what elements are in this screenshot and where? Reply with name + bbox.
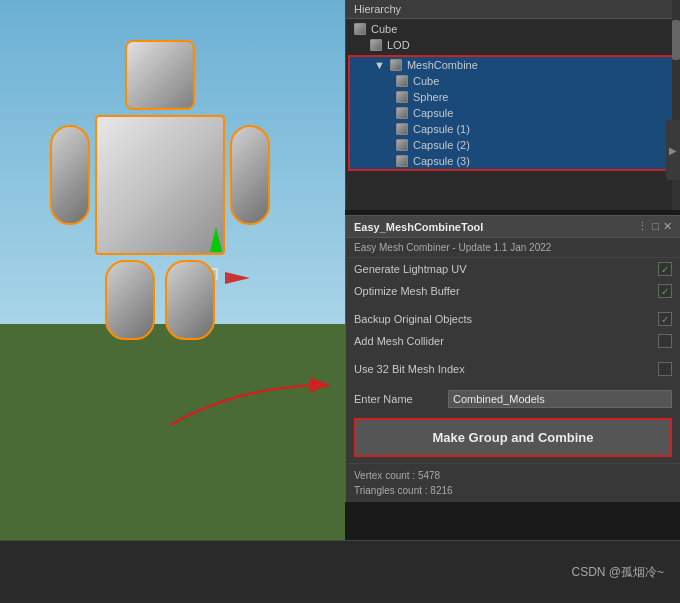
hierarchy-item-label: LOD [387,39,410,51]
add-collider-row: Add Mesh Collider [346,330,680,352]
hierarchy-item-capsule[interactable]: Capsule [350,105,676,121]
hierarchy-item-meshcombine[interactable]: ▼ MeshCombine [350,57,676,73]
enter-name-input[interactable] [448,390,672,408]
tool-subtitle: Easy Mesh Combiner - Update 1.1 Jan 2022 [346,238,680,258]
hierarchy-item-label: Capsule (1) [413,123,470,135]
hierarchy-item-cube[interactable]: Cube [350,73,676,89]
expand-icon: ▼ [374,59,385,71]
hierarchy-header: Hierarchy [346,0,680,19]
cube-icon [396,155,408,167]
optimize-mesh-label: Optimize Mesh Buffer [354,285,650,297]
hierarchy-item-label: MeshCombine [407,59,478,71]
backup-objects-label: Backup Original Objects [354,313,650,325]
add-collider-checkbox[interactable] [658,334,672,348]
robot-left-leg [105,260,155,340]
tool-titlebar: Easy_MeshCombineTool ⋮ □ ✕ [346,216,680,238]
menu-dots-icon[interactable]: ⋮ [637,220,648,233]
hierarchy-item-label: Capsule [413,107,453,119]
hierarchy-selected-group: ▼ MeshCombine Cube Sphere Capsule Capsul… [348,55,678,171]
use-32bit-row: Use 32 Bit Mesh Index [346,358,680,380]
hierarchy-item-sphere[interactable]: Sphere [350,89,676,105]
gizmo-right-arrow [225,272,250,284]
optimize-mesh-checkbox[interactable]: ✓ [658,284,672,298]
cube-icon [354,23,366,35]
backup-objects-row: Backup Original Objects ✓ [346,308,680,330]
panel-icon: ▶ [668,145,679,156]
gizmo-up-arrow [210,227,222,252]
tool-title-icons: ⋮ □ ✕ [637,220,672,233]
hierarchy-item-capsule3[interactable]: Capsule (3) [350,153,676,169]
robot-torso [95,115,225,255]
csdn-watermark: CSDN @孤烟冷~ [571,564,664,581]
side-panel-handle[interactable]: ▶ [666,120,680,180]
generate-lightmap-checkbox[interactable]: ✓ [658,262,672,276]
robot-head [125,40,195,110]
triangles-count: Triangles count : 8216 [354,483,672,498]
window-icon[interactable]: □ [652,220,659,233]
use-32bit-checkbox[interactable] [658,362,672,376]
scene-viewport [0,0,345,540]
hierarchy-item-cube-top[interactable]: Cube [346,21,680,37]
generate-lightmap-label: Generate Lightmap UV [354,263,650,275]
hierarchy-item-capsule1[interactable]: Capsule (1) [350,121,676,137]
hierarchy-item-label: Cube [371,23,397,35]
generate-lightmap-row: Generate Lightmap UV ✓ [346,258,680,280]
hierarchy-item-lod[interactable]: LOD [346,37,680,53]
optimize-mesh-row: Optimize Mesh Buffer ✓ [346,280,680,302]
enter-name-row: Enter Name [346,386,680,412]
hierarchy-item-label: Cube [413,75,439,87]
hierarchy-item-label: Sphere [413,91,448,103]
hierarchy-item-label: Capsule (2) [413,139,470,151]
backup-objects-checkbox[interactable]: ✓ [658,312,672,326]
cube-icon [396,75,408,87]
cube-icon [396,91,408,103]
hierarchy-panel: Hierarchy Cube LOD ▼ MeshCombine Cube [345,0,680,210]
hierarchy-title: Hierarchy [354,3,401,15]
robot-right-leg [165,260,215,340]
scrollbar-thumb[interactable] [672,20,680,60]
vertex-count: Vertex count : 5478 [354,468,672,483]
cube-icon [370,39,382,51]
robot-left-arm [50,125,90,225]
robot-figure [40,30,300,490]
use-32bit-label: Use 32 Bit Mesh Index [354,363,650,375]
bottom-bar: CSDN @孤烟冷~ [0,540,680,603]
tool-panel: Easy_MeshCombineTool ⋮ □ ✕ Easy Mesh Com… [345,215,680,502]
tool-stats: Vertex count : 5478 Triangles count : 82… [346,463,680,502]
add-collider-label: Add Mesh Collider [354,335,650,347]
hierarchy-item-label: Capsule (3) [413,155,470,167]
hierarchy-item-capsule2[interactable]: Capsule (2) [350,137,676,153]
enter-name-label: Enter Name [354,393,444,405]
tool-title: Easy_MeshCombineTool [354,221,483,233]
close-icon[interactable]: ✕ [663,220,672,233]
cube-icon [396,139,408,151]
cube-icon [396,123,408,135]
cube-icon [390,59,402,71]
cube-icon [396,107,408,119]
robot-right-arm [230,125,270,225]
make-combine-button[interactable]: Make Group and Combine [354,418,672,457]
